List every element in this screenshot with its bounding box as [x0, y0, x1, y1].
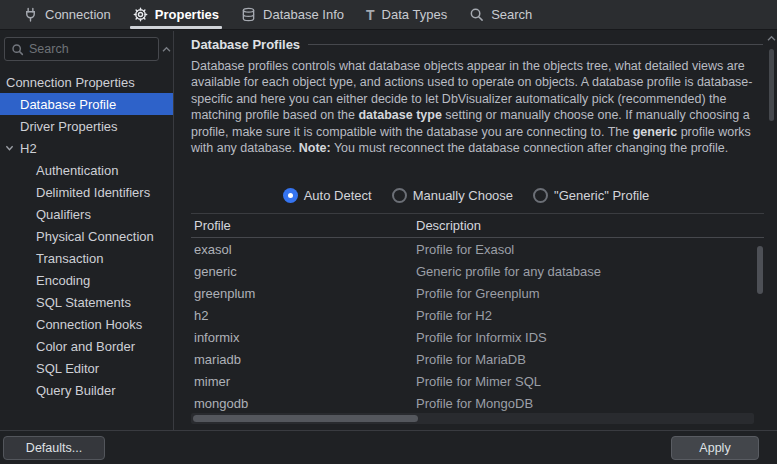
table-row[interactable]: exasol Profile for Exasol [191, 238, 764, 260]
scrollbar-thumb[interactable] [193, 415, 418, 422]
description-bold: Note: [299, 141, 331, 155]
table-horizontal-scrollbar[interactable] [191, 413, 754, 424]
cell-profile: mongodb [191, 396, 413, 411]
tree-item-encoding[interactable]: Encoding [0, 269, 173, 291]
radio-label: "Generic" Profile [554, 188, 649, 203]
section-divider [308, 44, 763, 45]
properties-tree: Connection Properties Database Profile D… [0, 71, 173, 430]
cell-profile: mimer [191, 374, 413, 389]
tree-item-authentication[interactable]: Authentication [0, 159, 173, 181]
tree-item-delimited-identifiers[interactable]: Delimited Identifiers [0, 181, 173, 203]
tab-label: Search [491, 7, 532, 22]
cell-description: Profile for H2 [413, 308, 764, 323]
defaults-button[interactable]: Defaults... [3, 436, 105, 460]
sidebar-scroll-up-icon[interactable] [162, 41, 171, 56]
radio-manually-choose[interactable]: Manually Choose [392, 188, 513, 203]
footer-bar: Defaults... Apply [0, 430, 777, 464]
cell-description: Profile for Informix IDS [413, 330, 764, 345]
tree-item-sql-statements[interactable]: SQL Statements [0, 291, 173, 313]
chevron-down-icon[interactable] [5, 144, 18, 152]
table-row[interactable]: mimer Profile for Mimer SQL [191, 370, 764, 392]
apply-button[interactable]: Apply [671, 436, 759, 460]
tab-data-types[interactable]: T Data Types [355, 0, 458, 29]
tree-item-driver-properties[interactable]: Driver Properties [0, 115, 173, 137]
cell-description: Profile for Greenplum [413, 286, 764, 301]
profile-table-header: Profile Description [191, 213, 764, 238]
cell-profile: generic [191, 264, 413, 279]
cell-profile: informix [191, 330, 413, 345]
sidebar-search-box [4, 37, 159, 61]
panel-vertical-scrollbar[interactable] [767, 33, 776, 428]
tree-item-color-and-border[interactable]: Color and Border [0, 335, 173, 357]
tab-database-info[interactable]: Database Info [230, 0, 355, 29]
magnifier-icon [469, 7, 484, 22]
section-title: Database Profiles [191, 37, 300, 52]
cell-description: Profile for Exasol [413, 242, 764, 257]
table-row[interactable]: mariadb Profile for MariaDB [191, 348, 764, 370]
tab-search[interactable]: Search [458, 0, 543, 29]
column-header-profile[interactable]: Profile [191, 218, 413, 233]
tree-item-connection-properties[interactable]: Connection Properties [0, 71, 173, 93]
tree-item-connection-hooks[interactable]: Connection Hooks [0, 313, 173, 335]
radio-unselected-icon [392, 188, 407, 203]
database-profiles-panel: Database Profiles Database profiles cont… [175, 31, 777, 430]
search-icon [11, 43, 24, 56]
tab-connection[interactable]: Connection [12, 0, 122, 29]
tree-item-query-builder[interactable]: Query Builder [0, 379, 173, 401]
radio-auto-detect[interactable]: Auto Detect [283, 188, 372, 203]
radio-unselected-icon [533, 188, 548, 203]
connection-properties-window: Connection Properties Database Info [0, 0, 777, 464]
tree-item-sql-editor[interactable]: SQL Editor [0, 357, 173, 379]
tree-item-h2[interactable]: H2 [0, 137, 173, 159]
section-header: Database Profiles [191, 37, 763, 52]
table-row[interactable]: generic Generic profile for any database [191, 260, 764, 282]
plug-icon [23, 7, 38, 22]
radio-generic-profile[interactable]: "Generic" Profile [533, 188, 649, 203]
tab-properties[interactable]: Properties [122, 0, 230, 29]
cell-description: Generic profile for any database [413, 264, 764, 279]
gear-icon [133, 7, 148, 22]
profile-table: Profile Description exasol Profile for E… [191, 213, 764, 424]
cell-description: Profile for Mimer SQL [413, 374, 764, 389]
table-row[interactable]: h2 Profile for H2 [191, 304, 764, 326]
cell-description: Profile for MariaDB [413, 352, 764, 367]
tree-item-database-profile[interactable]: Database Profile [0, 93, 173, 115]
cell-profile: mariadb [191, 352, 413, 367]
table-row[interactable]: mongodb Profile for MongoDB [191, 392, 764, 414]
tree-item-label: H2 [20, 141, 37, 156]
tree-item-transaction[interactable]: Transaction [0, 247, 173, 269]
column-header-description[interactable]: Description [413, 218, 764, 233]
tab-label: Properties [155, 7, 219, 22]
tab-bar: Connection Properties Database Info [0, 0, 777, 30]
table-row[interactable]: greenplum Profile for Greenplum [191, 282, 764, 304]
scrollbar-thumb[interactable] [769, 49, 774, 121]
database-icon [241, 7, 256, 22]
cell-profile: greenplum [191, 286, 413, 301]
scroll-up-icon[interactable] [767, 35, 776, 42]
radio-label: Auto Detect [304, 188, 372, 203]
tab-label: Data Types [382, 7, 448, 22]
radio-label: Manually Choose [413, 188, 513, 203]
tab-label: Database Info [263, 7, 344, 22]
scrollbar-thumb[interactable] [757, 246, 763, 294]
data-types-icon: T [366, 8, 375, 22]
table-vertical-scrollbar[interactable] [756, 240, 764, 411]
cell-description: Profile for MongoDB [413, 396, 764, 411]
description-bold: generic [633, 125, 677, 139]
table-row[interactable]: informix Profile for Informix IDS [191, 326, 764, 348]
cell-profile: h2 [191, 308, 413, 323]
tree-item-physical-connection[interactable]: Physical Connection [0, 225, 173, 247]
radio-selected-icon [283, 188, 298, 203]
cell-profile: exasol [191, 242, 413, 257]
profile-mode-radio-group: Auto Detect Manually Choose "Generic" Pr… [175, 188, 757, 203]
search-input[interactable] [29, 42, 152, 56]
properties-sidebar: Connection Properties Database Profile D… [0, 31, 174, 430]
tab-label: Connection [45, 7, 111, 22]
profiles-description: Database profiles controls what database… [191, 58, 765, 156]
tree-item-qualifiers[interactable]: Qualifiers [0, 203, 173, 225]
description-bold: database type [358, 108, 441, 122]
description-text: You must reconnect the database connecti… [331, 141, 729, 155]
